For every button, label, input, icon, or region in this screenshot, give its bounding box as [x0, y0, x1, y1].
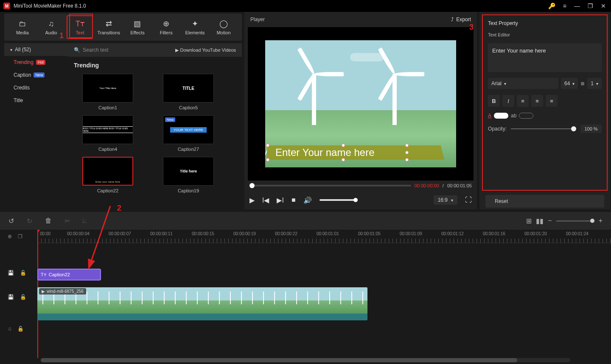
properties-title: Text Property: [488, 20, 602, 26]
save-track-icon[interactable]: 💾: [8, 270, 14, 276]
video-track[interactable]: ▶wind-mill-6875_256: [37, 287, 611, 320]
time-sep: /: [443, 183, 444, 188]
svg-line-0: [89, 206, 110, 267]
youtube-icon: ▶: [175, 47, 179, 53]
search-input[interactable]: 🔍Search text: [74, 47, 172, 53]
app-logo-icon: M: [3, 3, 10, 9]
thumb-caption5[interactable]: TITLECaption5: [154, 74, 222, 110]
fullscreen-button[interactable]: ⛶: [465, 196, 472, 204]
font-size-select[interactable]: 64▾: [561, 78, 578, 89]
stop-button[interactable]: ■: [291, 196, 296, 204]
text-color-swatch[interactable]: [494, 113, 508, 119]
aspect-ratio-select[interactable]: 16:9▾: [434, 195, 457, 205]
section-title: Trending: [74, 62, 236, 69]
seek-bar[interactable]: [249, 185, 411, 186]
fit-zoom-icon[interactable]: ⊞: [526, 217, 532, 225]
close-icon[interactable]: ✕: [601, 3, 606, 9]
lock-video-track-icon[interactable]: 🔓: [20, 294, 26, 300]
left-panel: 🗀Media ♫Audio TᴛText ⇄Transitions ▧Effec…: [0, 12, 242, 209]
time-total: 00:00:01:05: [447, 183, 472, 188]
text-editor-label: Text Editor: [488, 32, 602, 37]
volume-slider[interactable]: [320, 199, 358, 201]
thumb-caption27[interactable]: NewYOUR TEXT HERECaption27: [154, 115, 222, 152]
tab-transitions[interactable]: ⇄Transitions: [95, 15, 122, 39]
zoom-slider[interactable]: [556, 220, 594, 222]
tab-text[interactable]: TᴛText: [67, 15, 93, 39]
annotation-1: 1: [59, 31, 64, 40]
opacity-slider[interactable]: [511, 128, 576, 129]
highlight-icon: ab: [511, 113, 516, 119]
text-icon: Tᴛ: [41, 272, 46, 278]
highlight-color-swatch[interactable]: [519, 113, 533, 119]
export-button[interactable]: ⤴Export: [451, 17, 471, 22]
tab-media[interactable]: 🗀Media: [9, 15, 36, 39]
tab-motion[interactable]: ◯Motion: [210, 15, 237, 39]
text-color-icon: A: [488, 113, 491, 119]
align-right-button[interactable]: ≡: [546, 95, 558, 107]
align-center-button[interactable]: ≡: [531, 95, 543, 107]
thumb-caption4[interactable]: BODY TITLE GOES HERE BODY TITLE GOES HER…: [74, 115, 142, 152]
export-icon: ⤴: [451, 17, 454, 22]
dup-track-icon[interactable]: ❐: [18, 233, 22, 239]
thumb-caption1[interactable]: Your Title HereCaption1: [74, 74, 142, 110]
sidebar-all[interactable]: ▾All (52): [4, 43, 68, 56]
marker-icon[interactable]: ▮▮: [536, 217, 544, 225]
bold-button[interactable]: B: [488, 95, 500, 107]
zoom-in-button[interactable]: +: [599, 217, 603, 225]
download-youtube-button[interactable]: ▶Download YouTube Videos: [175, 47, 236, 53]
font-select[interactable]: Arial▾: [488, 78, 558, 89]
effects-icon: ▧: [134, 19, 141, 28]
zoom-out-button[interactable]: −: [548, 217, 552, 225]
thumb-caption19[interactable]: Title hereCaption19: [154, 157, 222, 193]
player-panel: Player ⤴Export / Enter Your name here 00…: [244, 12, 477, 209]
annotation-2: 2: [117, 204, 121, 213]
sidebar-item-title[interactable]: Title: [4, 94, 68, 107]
filters-icon: ⊕: [163, 19, 169, 28]
delete-button[interactable]: 🗑: [45, 217, 52, 225]
align-left-button[interactable]: ≡: [517, 95, 529, 107]
new-badge: New: [34, 72, 45, 78]
app-title: MiniTool MovieMaker Free 8.1.0: [14, 3, 86, 9]
transitions-icon: ⇄: [106, 19, 112, 28]
audio-track[interactable]: [37, 328, 611, 343]
tab-effects[interactable]: ▧Effects: [124, 15, 151, 39]
tab-elements[interactable]: ✦Elements: [182, 15, 208, 39]
volume-icon[interactable]: 🔊: [303, 196, 312, 204]
split-button[interactable]: ✂: [64, 217, 70, 225]
elements-icon: ✦: [192, 19, 198, 28]
sidebar-item-caption[interactable]: CaptionNew: [4, 69, 68, 81]
sidebar-item-credits[interactable]: Credits: [4, 81, 68, 94]
line-spacing-icon: ≣: [580, 81, 585, 86]
lock-audio-track-icon[interactable]: 🔓: [17, 326, 24, 332]
tab-filters[interactable]: ⊕Filters: [153, 15, 179, 39]
reset-button[interactable]: Reset: [485, 195, 604, 208]
add-track-icon[interactable]: ⊕: [8, 233, 12, 239]
save-video-track-icon[interactable]: 💾: [8, 294, 14, 300]
properties-panel: Text Property Text Editor Arial▾ 64▾ ≣ 1…: [479, 12, 610, 209]
category-sidebar: ▾All (52) TrendingHot CaptionNew Credits…: [4, 43, 68, 209]
maximize-icon[interactable]: ❐: [588, 3, 593, 9]
clip-icon: ▶: [42, 289, 45, 294]
audio-track-icon[interactable]: ♫: [8, 326, 11, 332]
search-icon: 🔍: [74, 47, 80, 53]
italic-button[interactable]: I: [502, 95, 514, 107]
redo-button[interactable]: ↻: [27, 217, 32, 225]
video-clip[interactable]: ▶wind-mill-6875_256: [37, 287, 367, 320]
thumb-caption22[interactable]: Enter your name hereCaption22: [74, 157, 142, 193]
chevron-down-icon: ▾: [10, 47, 12, 52]
undo-button[interactable]: ↺: [8, 217, 14, 225]
minimize-icon[interactable]: —: [574, 3, 580, 9]
line-spacing-select[interactable]: 1▾: [587, 78, 602, 89]
sidebar-item-trending[interactable]: TrendingHot: [4, 56, 68, 69]
prev-frame-button[interactable]: I◀: [262, 196, 269, 204]
key-icon[interactable]: 🔑: [548, 3, 555, 9]
lock-track-icon[interactable]: 🔓: [20, 270, 26, 276]
menu-icon[interactable]: ≡: [563, 3, 566, 9]
next-frame-button[interactable]: ▶I: [277, 196, 283, 204]
timeline-scrollbar[interactable]: [41, 358, 570, 362]
play-button[interactable]: ▶: [249, 196, 255, 204]
media-icon: 🗀: [19, 19, 26, 28]
player-viewport[interactable]: / Enter Your name here: [248, 27, 474, 181]
text-overlay[interactable]: Enter Your name here: [267, 145, 444, 160]
text-input[interactable]: [488, 43, 602, 72]
